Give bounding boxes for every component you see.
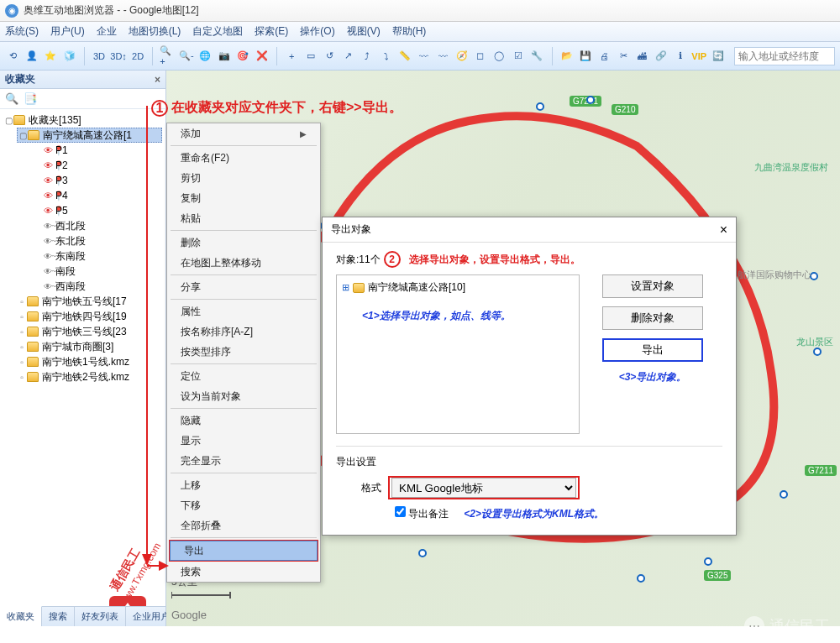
tool-save-icon[interactable]: 💾 <box>578 47 593 65</box>
tool-user-icon[interactable]: 👤 <box>24 47 39 65</box>
tool-info-icon[interactable]: ℹ <box>672 47 687 65</box>
tree-pin[interactable]: 👁📍P4 <box>44 188 162 203</box>
ctx-add[interactable]: 添加▶ <box>167 123 320 144</box>
ctx-paste[interactable]: 粘贴 <box>167 208 320 228</box>
export-object-list[interactable]: ⊞ 南宁绕城高速公路[10] <1>选择导出对象，如点、线等。 <box>336 274 580 434</box>
format-select[interactable]: KML Google地标 <box>391 478 576 498</box>
tree-pin[interactable]: 👁📍P2 <box>44 158 162 173</box>
set-object-button[interactable]: 设置对象 <box>602 274 703 298</box>
tool-globe-icon[interactable]: 🌐 <box>197 47 213 65</box>
ctx-search[interactable]: 搜索 <box>167 562 320 582</box>
tool-curve2-icon[interactable]: ⤵ <box>378 47 393 65</box>
tool-path1-icon[interactable]: 〰 <box>416 47 431 65</box>
list-item[interactable]: ⊞ 南宁绕城高速公路[10] <box>342 280 574 295</box>
dialog-close-icon[interactable]: × <box>720 222 727 238</box>
ctx-export[interactable]: 导出 <box>170 541 318 561</box>
ctx-locate[interactable]: 定位 <box>167 366 320 386</box>
tool-rect-icon[interactable]: ▭ <box>302 47 318 65</box>
tab-favorites[interactable]: 收藏夹 <box>0 606 42 626</box>
tool-compass-icon[interactable]: 🧭 <box>454 47 469 65</box>
tool-screenshot-icon[interactable]: 📷 <box>217 47 232 65</box>
tool-square-icon[interactable]: ◻ <box>473 47 488 65</box>
tool-2d-icon[interactable]: 2D <box>130 47 145 65</box>
tool-path2-icon[interactable]: 〰 <box>435 47 450 65</box>
tree-track[interactable]: 👁〰东南段 <box>44 248 162 264</box>
tool-zoomin-icon[interactable]: 🔍+ <box>160 47 175 65</box>
tool-sync-icon[interactable]: 🔄 <box>710 47 725 65</box>
dialog-titlebar[interactable]: 导出对象 × <box>323 217 736 243</box>
tree-folder[interactable]: ▫南宁地铁四号线[19 <box>17 309 162 324</box>
tree-pin[interactable]: 👁📍P3 <box>44 173 162 188</box>
ctx-share[interactable]: 分享 <box>167 277 320 297</box>
ctx-move-up[interactable]: 上移 <box>167 475 320 495</box>
tree-track[interactable]: 👁〰西南段 <box>44 279 162 294</box>
tool-wrench-icon[interactable]: 🔧 <box>529 47 544 65</box>
ctx-props[interactable]: 属性 <box>167 301 320 322</box>
ctx-collapse-all[interactable]: 全部折叠 <box>167 515 320 536</box>
tree-selected-folder[interactable]: ▢ 南宁绕城高速公路[1 <box>17 128 162 143</box>
tool-undo-icon[interactable]: ↺ <box>322 47 337 65</box>
tree-track[interactable]: 👁〰南段 <box>44 264 162 279</box>
menu-enterprise[interactable]: 企业 <box>97 24 117 39</box>
tool-3d2-icon[interactable]: 3D↕ <box>110 47 127 65</box>
menu-mapswitch[interactable]: 地图切换(L) <box>129 24 181 39</box>
tree-track[interactable]: 👁〰西北段 <box>44 218 162 233</box>
tree-pin[interactable]: 👁📍P5 <box>44 203 162 218</box>
export-button[interactable]: 导出 <box>602 338 703 362</box>
ctx-cut[interactable]: 剪切 <box>167 168 320 188</box>
menu-explore[interactable]: 探索(E) <box>255 24 288 39</box>
ctx-set-current[interactable]: 设为当前对象 <box>167 386 320 406</box>
tree-track[interactable]: 👁〰东北段 <box>44 233 162 248</box>
tool-link-icon[interactable]: 🔗 <box>654 47 669 65</box>
tree-folder[interactable]: ▫南宁地铁1号线.kmz <box>17 354 162 369</box>
tree-folder[interactable]: ▫南宁城市商圈[3] <box>17 339 162 354</box>
address-search-input[interactable] <box>734 47 835 65</box>
tool-target-icon[interactable]: 🎯 <box>235 47 250 65</box>
tool-city-icon[interactable]: 🏙 <box>634 47 649 65</box>
ctx-hide[interactable]: 隐藏 <box>167 410 320 431</box>
ctx-rename[interactable]: 重命名(F2) <box>167 148 320 168</box>
sidebar-search-icon[interactable]: 🔍 <box>5 92 18 105</box>
tool-cube-icon[interactable]: 🧊 <box>61 47 76 65</box>
tool-curve1-icon[interactable]: ⤴ <box>360 47 375 65</box>
menu-system[interactable]: 系统(S) <box>5 24 39 39</box>
tool-addpoint-icon[interactable]: + <box>284 47 299 65</box>
tab-friends[interactable]: 好友列表 <box>75 607 126 626</box>
tree-folder[interactable]: ▫南宁地铁2号线.kmz <box>17 369 162 384</box>
tool-clear-icon[interactable]: ❌ <box>255 47 270 65</box>
ctx-move-down[interactable]: 下移 <box>167 495 320 515</box>
tool-circle-icon[interactable]: ◯ <box>491 47 507 65</box>
tool-check-icon[interactable]: ☑ <box>511 47 526 65</box>
favorites-tree[interactable]: ▢ 收藏夹[135] ▢ 南宁绕城高速公路[1 👁📍P1 👁📍P2 <box>0 109 165 606</box>
tree-folder[interactable]: ▫南宁地铁三号线[23 <box>17 324 162 339</box>
tool-open-icon[interactable]: 📂 <box>559 47 575 65</box>
ctx-copy[interactable]: 复制 <box>167 188 320 208</box>
ctx-move-on-map[interactable]: 在地图上整体移动 <box>167 253 320 273</box>
delete-object-button[interactable]: 删除对象 <box>602 306 703 330</box>
menu-help[interactable]: 帮助(H) <box>392 24 427 39</box>
tool-star-icon[interactable]: ⭐ <box>43 47 58 65</box>
tool-zoomout-icon[interactable]: 🔍- <box>179 47 194 65</box>
menu-operate[interactable]: 操作(O) <box>300 24 334 39</box>
tool-arrow-icon[interactable]: ↗ <box>340 47 355 65</box>
ctx-delete[interactable]: 删除 <box>167 233 320 253</box>
tool-vip-icon[interactable]: VIP <box>691 47 706 65</box>
ctx-show-full[interactable]: 完全显示 <box>167 451 320 471</box>
ctx-sort-type[interactable]: 按类型排序 <box>167 342 320 362</box>
ctx-show[interactable]: 显示 <box>167 431 320 451</box>
sidebar-close-icon[interactable]: × <box>155 74 160 86</box>
menu-user[interactable]: 用户(U) <box>50 24 85 39</box>
tool-print-icon[interactable]: 🖨 <box>597 47 612 65</box>
ctx-sort-az[interactable]: 按名称排序[A-Z] <box>167 322 320 342</box>
export-remark-checkbox[interactable]: 导出备注 <box>395 506 449 521</box>
menu-view[interactable]: 视图(V) <box>347 24 381 39</box>
sidebar-copy-icon[interactable]: 📑 <box>24 92 37 105</box>
tool-ruler-icon[interactable]: 📏 <box>397 47 412 65</box>
menu-custommap[interactable]: 自定义地图 <box>192 24 243 39</box>
tool-cut-icon[interactable]: ✂ <box>616 47 631 65</box>
tree-folder[interactable]: ▫南宁地铁五号线[17 <box>17 294 162 309</box>
tab-search[interactable]: 搜索 <box>42 607 75 626</box>
tool-refresh-icon[interactable]: ⟲ <box>5 47 20 65</box>
tree-root[interactable]: ▢ 收藏夹[135] <box>3 112 162 128</box>
tool-3d-icon[interactable]: 3D <box>92 47 107 65</box>
